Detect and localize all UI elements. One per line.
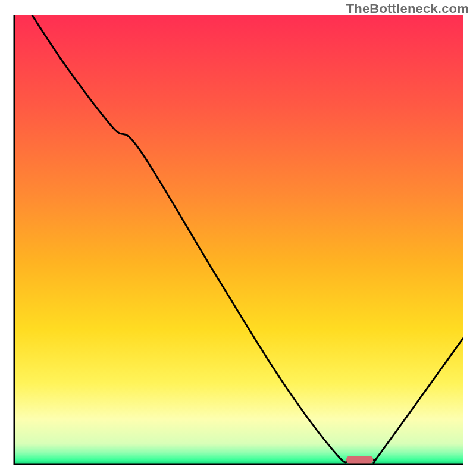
watermark-label: TheBottleneck.com (346, 1, 469, 17)
bottleneck-chart (0, 0, 476, 476)
chart-container: TheBottleneck.com (0, 0, 476, 476)
optimal-marker (346, 456, 373, 464)
gradient-background (14, 15, 463, 464)
